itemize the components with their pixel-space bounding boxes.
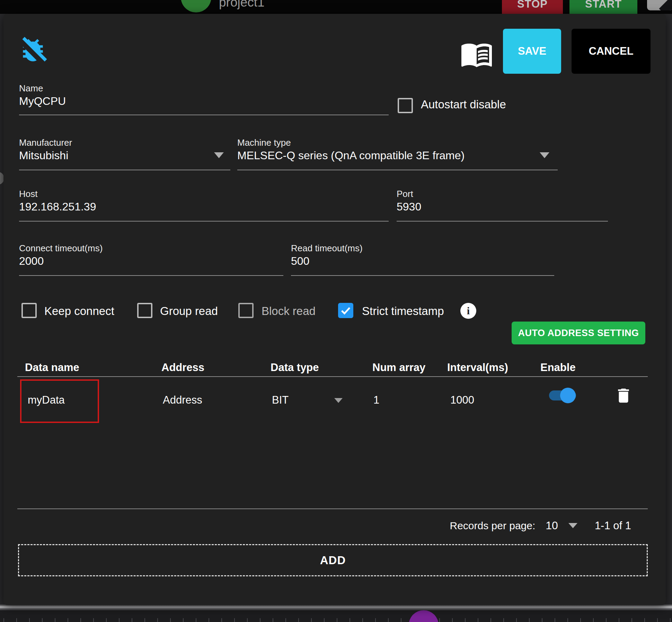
- save-button[interactable]: SAVE: [503, 29, 561, 74]
- port-underline: [397, 221, 608, 222]
- col-header-num-array: Num array: [372, 361, 425, 374]
- table-header-divider: [17, 376, 648, 377]
- machine-type-dropdown-icon[interactable]: [540, 152, 549, 158]
- bug-off-icon: [18, 35, 48, 65]
- page-range-label: 1-1 of 1: [595, 520, 631, 532]
- screen: project1 STOP START SAVE CANCEL Name MyQ…: [0, 0, 672, 622]
- name-input[interactable]: MyQCPU: [19, 95, 66, 108]
- read-timeout-underline: [291, 275, 554, 276]
- col-header-enable: Enable: [540, 361, 576, 374]
- window-icon-notch: [659, 0, 672, 10]
- data-type-select[interactable]: BIT: [272, 394, 289, 406]
- port-label: Port: [397, 189, 413, 199]
- info-icon[interactable]: i: [460, 303, 476, 319]
- keep-connect-checkbox[interactable]: [21, 303, 37, 318]
- block-read-label: Block read: [262, 305, 316, 318]
- col-header-address: Address: [161, 361, 204, 374]
- project-status-icon: [181, 0, 211, 12]
- pagination: Records per page: 10 1-1 of 1: [3, 519, 631, 532]
- cancel-button[interactable]: CANCEL: [572, 29, 651, 74]
- manual-book-icon[interactable]: [459, 37, 494, 71]
- enable-toggle-thumb[interactable]: [560, 388, 576, 403]
- top-bar: project1 STOP START: [0, 0, 672, 14]
- port-input[interactable]: 5930: [397, 200, 421, 213]
- add-row-button[interactable]: ADD: [18, 544, 648, 576]
- name-label: Name: [19, 83, 43, 94]
- read-timeout-input[interactable]: 500: [291, 255, 309, 268]
- col-header-data-name: Data name: [25, 361, 79, 374]
- col-header-data-type: Data type: [271, 361, 319, 374]
- autostart-disable-label: Autostart disable: [421, 98, 506, 111]
- pagination-divider: [17, 508, 648, 509]
- keep-connect-label: Keep connect: [44, 305, 114, 318]
- connect-timeout-label: Connect timeout(ms): [19, 243, 103, 254]
- manufacturer-label: Manufacturer: [19, 137, 72, 148]
- manufacturer-dropdown-icon[interactable]: [214, 152, 224, 158]
- group-read-label: Group read: [160, 305, 218, 318]
- start-button[interactable]: START: [569, 0, 637, 15]
- group-read-checkbox[interactable]: [137, 303, 152, 318]
- read-timeout-label: Read timeout(ms): [291, 243, 363, 254]
- window-icon[interactable]: [647, 0, 672, 10]
- machine-type-select[interactable]: MELSEC-Q series (QnA compatible 3E frame…: [237, 149, 465, 162]
- records-per-page-select[interactable]: 10: [546, 519, 558, 532]
- delete-row-icon[interactable]: [614, 386, 633, 406]
- name-underline: [19, 115, 389, 115]
- host-underline: [19, 221, 389, 222]
- strict-timestamp-checkbox[interactable]: [338, 303, 353, 318]
- autostart-disable-checkbox[interactable]: [398, 98, 413, 113]
- col-header-interval: Interval(ms): [447, 361, 508, 374]
- manufacturer-underline: [19, 170, 230, 170]
- manufacturer-select[interactable]: Mitsubishi: [19, 149, 68, 162]
- strict-timestamp-label: Strict timestamp: [362, 305, 444, 318]
- check-icon: [340, 305, 352, 316]
- block-read-checkbox[interactable]: [238, 303, 254, 318]
- project-title: project1: [219, 0, 265, 10]
- address-input[interactable]: Address: [163, 394, 202, 406]
- connect-timeout-underline: [19, 275, 283, 276]
- data-type-dropdown-icon[interactable]: [334, 398, 343, 403]
- stop-button[interactable]: STOP: [502, 0, 563, 15]
- background-panel-edge: [0, 604, 672, 611]
- machine-type-underline: [237, 170, 558, 170]
- connect-timeout-input[interactable]: 2000: [19, 255, 44, 268]
- interval-input[interactable]: 1000: [450, 394, 474, 406]
- records-per-page-dropdown-icon[interactable]: [568, 523, 577, 528]
- records-per-page-label: Records per page:: [450, 520, 535, 532]
- canvas-ruler-ticks: [3, 618, 672, 622]
- num-array-input[interactable]: 1: [373, 394, 379, 406]
- auto-address-setting-button[interactable]: AUTO ADDRESS SETTING: [512, 322, 645, 344]
- machine-type-label: Machine type: [237, 137, 291, 148]
- host-input[interactable]: 192.168.251.39: [19, 200, 96, 213]
- device-settings-dialog: SAVE CANCEL Name MyQCPU Autostart disabl…: [3, 14, 666, 605]
- host-label: Host: [19, 189, 37, 199]
- data-name-input[interactable]: myData: [28, 394, 65, 406]
